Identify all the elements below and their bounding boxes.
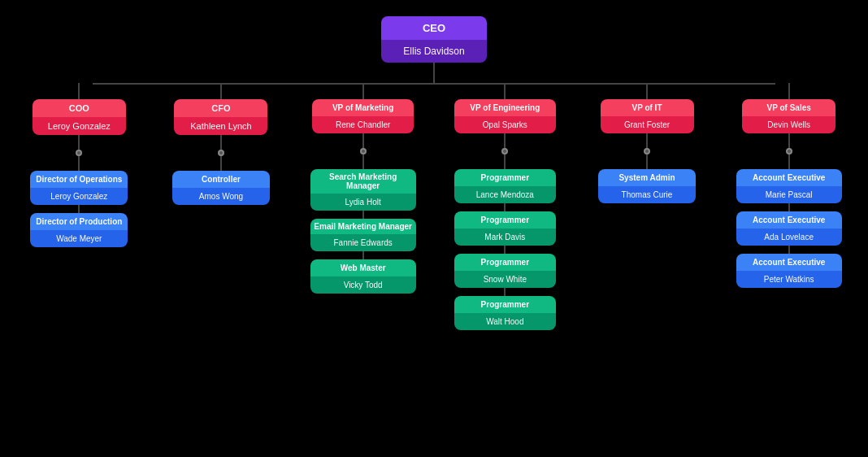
branch-vp-marketing: VP of Marketing Rene Chandler Search Mar… — [292, 83, 434, 330]
vpm-child-2: Email Marketing Manager Fannie Edwards — [310, 219, 416, 251]
cfo-children: Controller Amos Wong — [172, 171, 270, 205]
vp-sales-children: Account Executive Marie Pascal Account E… — [736, 169, 842, 288]
branch-coo: COO Leroy Gonzalez Director of Operation… — [8, 83, 150, 330]
branch-vp-sales: VP of Sales Devin Wells Account Executiv… — [718, 83, 860, 330]
ceo-title: CEO — [381, 16, 487, 40]
vps-child-2: Account Executive Ada Lovelace — [736, 211, 842, 246]
coo-dot-line2 — [78, 156, 80, 171]
vp-it-children: System Admin Thomas Curie — [598, 169, 696, 203]
branches-row: COO Leroy Gonzalez Director of Operation… — [8, 83, 860, 330]
vps-child-3: Account Executive Peter Watkins — [736, 254, 842, 288]
org-chart: CEO Ellis Davidson COO Leroy Gonzalez — [0, 0, 868, 346]
coo-title: COO — [33, 99, 126, 117]
cfo-child-1: Controller Amos Wong — [172, 171, 270, 205]
coo-node: COO Leroy Gonzalez — [33, 99, 126, 135]
branch-vp-engineering: VP of Engineering Opal Sparks Programmer… — [434, 83, 576, 330]
cfo-name: Kathleen Lynch — [174, 117, 267, 135]
cfo-node: CFO Kathleen Lynch — [174, 99, 267, 135]
vpe-child-2: Programmer Mark Davis — [454, 211, 556, 246]
vp-it-node: VP of IT Grant Foster — [601, 99, 694, 133]
vpe-child-3: Programmer Snow White — [454, 254, 556, 288]
ceo-section: CEO Ellis Davidson — [8, 16, 860, 83]
vp-engineering-children: Programmer Lance Mendoza Programmer Mark… — [454, 169, 556, 330]
coo-child-1: Director of Operations Leroy Gonzalez — [30, 171, 128, 205]
coo-drop — [78, 83, 80, 99]
coo-child-2: Director of Production Wade Meyer — [30, 213, 128, 247]
vp-marketing-node: VP of Marketing Rene Chandler — [312, 99, 414, 133]
coo-dot-line — [78, 135, 80, 150]
cfo-title: CFO — [174, 99, 267, 117]
vpm-child-1: Search Marketing Manager Lydia Holt — [310, 169, 416, 211]
cfo-drop — [220, 83, 222, 99]
vp-engineering-node: VP of Engineering Opal Sparks — [454, 99, 556, 133]
coo-name: Leroy Gonzalez — [33, 117, 126, 135]
branch-cfo: CFO Kathleen Lynch Controller Amos Wong — [150, 83, 293, 330]
vp-marketing-children: Search Marketing Manager Lydia Holt Emai… — [310, 169, 416, 294]
vp-sales-node: VP of Sales Devin Wells — [742, 99, 835, 133]
vpit-child-1: System Admin Thomas Curie — [598, 169, 696, 203]
vpe-child-1: Programmer Lance Mendoza — [454, 169, 556, 203]
branch-vp-it: VP of IT Grant Foster System Admin Thoma… — [576, 83, 718, 330]
level1-section: COO Leroy Gonzalez Director of Operation… — [8, 83, 860, 330]
ceo-name: Ellis Davidson — [381, 40, 487, 63]
coo-dot — [76, 150, 82, 156]
vpm-child-3: Web Master Vicky Todd — [310, 259, 416, 294]
coo-children: Director of Operations Leroy Gonzalez Di… — [30, 171, 128, 247]
ceo-vline — [433, 63, 435, 83]
vps-child-1: Account Executive Marie Pascal — [736, 169, 842, 203]
ceo-node: CEO Ellis Davidson — [381, 16, 487, 63]
vpe-child-4: Programmer Walt Hood — [454, 296, 556, 330]
